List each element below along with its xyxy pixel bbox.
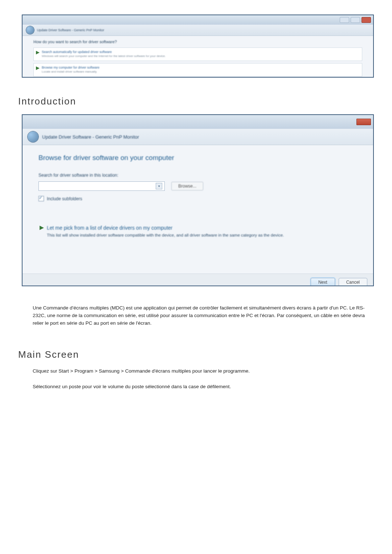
introduction-heading: Introduction: [18, 96, 392, 107]
close-icon: [362, 17, 371, 23]
main-screen-paragraph-2: Sélectionnez un poste pour voir le volum…: [33, 383, 374, 391]
option-search-automatically: Search automatically for updated driver …: [33, 48, 362, 61]
next-button: Next: [311, 278, 335, 286]
option-pick-from-list: Let me pick from a list of device driver…: [38, 223, 357, 242]
dialog-breadcrumb: Update Driver Software - Generic PnP Mon…: [37, 28, 104, 32]
titlebar: [23, 115, 373, 129]
cancel-button: Cancel: [339, 278, 367, 286]
introduction-paragraph: Une Commande d'écrans multiples (MDC) es…: [33, 304, 374, 327]
path-label: Search for driver software in this locat…: [38, 173, 357, 178]
option-desc: Windows will search your computer and th…: [42, 54, 358, 58]
nav-row: Update Driver Software - Generic PnP Mon…: [23, 25, 373, 36]
checkbox-checked-icon: [38, 196, 44, 201]
main-screen-heading: Main Screen: [18, 349, 392, 360]
browse-driver-dialog-screenshot: Update Driver Software - Generic PnP Mon…: [22, 114, 374, 286]
back-icon: [28, 131, 38, 142]
dialog-heading: Browse for driver software on your compu…: [38, 154, 357, 162]
browse-button: Browse...: [171, 182, 203, 190]
titlebar: [23, 15, 373, 25]
include-subfolders-checkbox: Include subfolders: [38, 196, 357, 201]
dropdown-arrow-icon: ▾: [156, 183, 162, 189]
nav-row: Update Driver Software - Generic PnP Mon…: [23, 129, 373, 145]
option-title: Let me pick from a list of device driver…: [47, 225, 353, 231]
option-title: Browse my computer for driver software: [42, 66, 358, 69]
back-icon: [26, 26, 34, 34]
driver-search-dialog-screenshot: Update Driver Software - Generic PnP Mon…: [22, 15, 374, 78]
option-desc: This list will show installed driver sof…: [47, 232, 353, 238]
dialog-question: How do you want to search for driver sof…: [33, 40, 362, 44]
path-input: ▾: [38, 181, 165, 191]
option-browse-computer: Browse my computer for driver software L…: [33, 63, 362, 77]
option-desc: Locate and install driver software manua…: [42, 70, 358, 73]
maximize-icon: [351, 17, 360, 23]
close-icon: [356, 119, 371, 125]
dialog-breadcrumb: Update Driver Software - Generic PnP Mon…: [42, 134, 139, 140]
checkbox-label: Include subfolders: [47, 196, 82, 201]
main-screen-paragraph-1: Cliquez sur Start > Program > Samsung > …: [33, 368, 374, 375]
minimize-icon: [340, 17, 349, 23]
option-title: Search automatically for updated driver …: [42, 50, 358, 54]
